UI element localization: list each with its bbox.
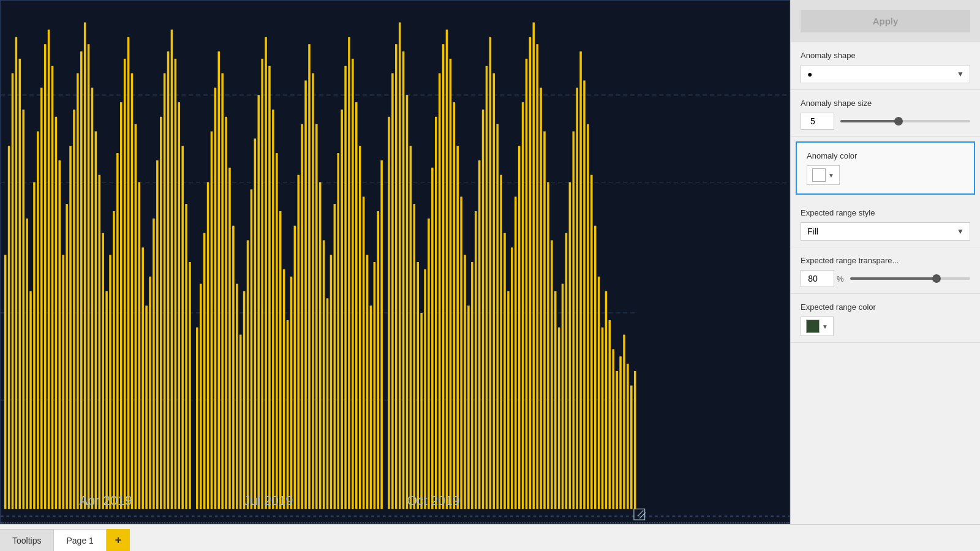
svg-rect-51 (167, 51, 170, 509)
svg-rect-18 (48, 29, 50, 509)
svg-rect-8 (12, 73, 14, 509)
anomaly-shape-dropdown[interactable]: ● ■ ▲ (801, 65, 970, 83)
bottom-tabs: Tooltips Page 1 + (0, 524, 980, 551)
svg-rect-50 (164, 73, 166, 509)
anomaly-color-swatch (812, 168, 826, 182)
anomaly-shape-size-input[interactable] (801, 113, 834, 130)
right-panel: Apply Anomaly shape ● ■ ▲ ▼ Anomaly shap… (790, 0, 980, 524)
svg-rect-142 (503, 233, 506, 509)
svg-rect-140 (496, 124, 499, 509)
svg-rect-172 (612, 349, 614, 509)
anomaly-shape-size-slider-track[interactable] (840, 120, 970, 122)
svg-rect-86 (297, 175, 300, 509)
svg-rect-168 (598, 277, 600, 509)
svg-text:Oct 2019: Oct 2019 (407, 493, 459, 508)
svg-rect-151 (536, 44, 538, 509)
tab-page1[interactable]: Page 1 (54, 529, 106, 551)
svg-rect-90 (312, 73, 314, 509)
svg-rect-173 (616, 371, 618, 509)
expected-range-transparency-slider-thumb[interactable] (932, 274, 941, 283)
svg-rect-31 (95, 132, 97, 509)
svg-rect-88 (304, 80, 307, 509)
svg-rect-6 (4, 255, 7, 509)
svg-rect-131 (464, 255, 466, 509)
svg-rect-92 (319, 182, 322, 509)
svg-rect-97 (337, 153, 339, 509)
svg-rect-101 (352, 59, 354, 509)
svg-rect-43 (138, 182, 141, 509)
anomaly-shape-section: Anomaly shape ● ■ ▲ ▼ (791, 42, 980, 90)
expected-range-transparency-slider-track[interactable] (850, 277, 970, 280)
svg-rect-126 (446, 29, 448, 509)
svg-rect-157 (558, 328, 560, 509)
svg-rect-112 (395, 44, 398, 509)
svg-rect-19 (51, 66, 54, 509)
anomaly-color-picker[interactable]: ▼ (807, 165, 840, 185)
svg-rect-61 (207, 182, 209, 509)
svg-rect-37 (116, 153, 119, 509)
svg-rect-36 (113, 211, 115, 509)
svg-rect-156 (554, 291, 557, 509)
svg-rect-49 (160, 117, 162, 509)
svg-rect-130 (460, 197, 462, 509)
anomaly-shape-dropdown-wrapper: ● ■ ▲ ▼ (801, 65, 970, 83)
pct-suffix: % (837, 274, 844, 283)
svg-rect-120 (424, 269, 426, 509)
svg-rect-78 (268, 66, 271, 509)
svg-rect-74 (254, 138, 257, 509)
expected-range-transparency-number-area: % (801, 270, 844, 287)
svg-rect-16 (40, 88, 43, 509)
expected-range-color-dropdown-arrow: ▼ (822, 323, 828, 330)
svg-rect-95 (330, 255, 333, 509)
svg-rect-83 (287, 320, 289, 509)
anomaly-shape-size-label: Anomaly shape size (801, 99, 970, 108)
svg-rect-56 (185, 204, 187, 509)
svg-rect-54 (178, 102, 181, 509)
svg-rect-118 (417, 262, 419, 509)
anomaly-shape-size-slider-fill (840, 120, 899, 122)
svg-rect-116 (410, 146, 412, 509)
expected-range-color-picker[interactable]: ▼ (801, 317, 834, 336)
svg-rect-176 (627, 364, 629, 509)
svg-rect-26 (77, 73, 79, 509)
svg-rect-153 (543, 132, 546, 509)
svg-rect-85 (294, 226, 296, 509)
apply-btn-area: Apply (791, 0, 980, 42)
svg-rect-107 (374, 262, 376, 509)
svg-rect-73 (251, 189, 253, 509)
svg-rect-123 (435, 117, 437, 509)
svg-rect-66 (225, 117, 227, 509)
svg-rect-39 (124, 59, 126, 509)
svg-rect-104 (363, 197, 365, 509)
svg-rect-166 (590, 175, 593, 509)
svg-rect-82 (283, 269, 285, 509)
svg-rect-87 (301, 124, 303, 509)
tab-add-button[interactable]: + (107, 529, 130, 551)
svg-rect-94 (326, 298, 329, 509)
svg-rect-44 (141, 247, 144, 509)
svg-rect-117 (413, 204, 416, 509)
anomaly-shape-size-slider-thumb[interactable] (894, 117, 903, 126)
svg-rect-93 (323, 240, 325, 509)
expected-range-style-label: Expected range style (801, 208, 970, 217)
svg-rect-152 (540, 88, 542, 509)
svg-rect-141 (500, 175, 502, 509)
svg-rect-23 (66, 204, 68, 509)
expected-range-transparency-section: Expected range transpare... % (791, 247, 980, 294)
svg-rect-75 (257, 95, 260, 509)
svg-rect-65 (221, 73, 224, 509)
expected-range-transparency-input[interactable] (801, 270, 834, 287)
svg-rect-12 (26, 219, 28, 509)
svg-rect-128 (453, 102, 456, 509)
svg-rect-121 (428, 219, 430, 509)
chart-dotted-border (1, 522, 790, 523)
anomaly-shape-label: Anomaly shape (801, 51, 970, 60)
tab-tooltips[interactable]: Tooltips (0, 529, 54, 551)
svg-rect-169 (601, 328, 604, 509)
expected-range-style-dropdown[interactable]: Fill Line (801, 222, 970, 241)
svg-rect-14 (33, 182, 36, 509)
svg-rect-158 (562, 284, 564, 509)
svg-rect-80 (276, 153, 278, 509)
svg-rect-164 (583, 80, 586, 509)
apply-button[interactable]: Apply (801, 10, 970, 32)
